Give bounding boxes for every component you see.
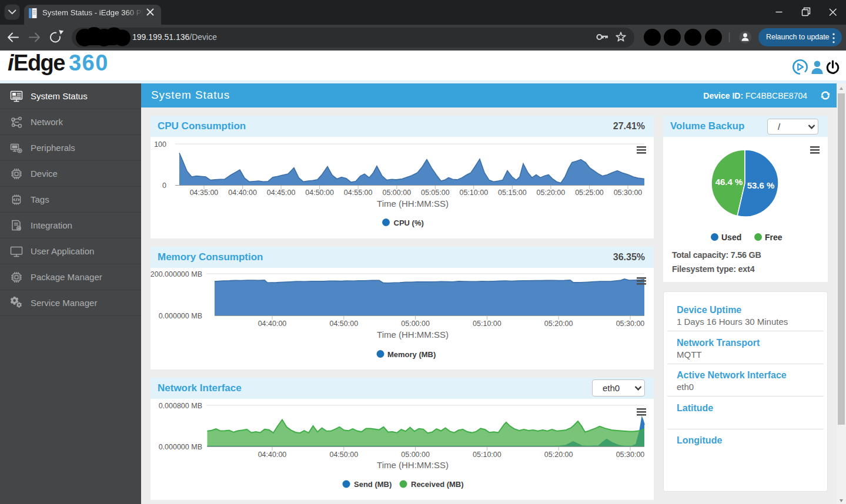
svg-text:Time (HH:MM:SS): Time (HH:MM:SS) [377, 199, 449, 209]
svg-text:04:50:00: 04:50:00 [305, 189, 334, 197]
svg-text:Time (HH:MM:SS): Time (HH:MM:SS) [377, 330, 449, 340]
svg-text:04:50:00: 04:50:00 [329, 320, 358, 328]
svg-text:05:00:00: 05:00:00 [401, 451, 430, 459]
svg-text:Filesystem type: ext4: Filesystem type: ext4 [672, 264, 755, 274]
svg-text:05:05:00: 05:05:00 [421, 189, 450, 197]
svg-text:04:40:00: 04:40:00 [258, 320, 287, 328]
svg-text:05:10:00: 05:10:00 [473, 451, 501, 459]
svg-text:0.000800 MB: 0.000800 MB [159, 402, 202, 410]
svg-text:Memory (MB): Memory (MB) [387, 350, 436, 359]
svg-text:05:20:00: 05:20:00 [544, 320, 573, 328]
svg-text:05:20:00: 05:20:00 [544, 451, 573, 459]
svg-text:Free: Free [765, 233, 783, 242]
svg-text:05:10:00: 05:10:00 [473, 320, 501, 328]
svg-text:46.4 %: 46.4 % [715, 177, 743, 187]
svg-text:100: 100 [154, 140, 166, 149]
svg-text:04:35:00: 04:35:00 [190, 189, 219, 197]
svg-text:04:55:00: 04:55:00 [344, 189, 373, 197]
svg-text:0: 0 [162, 182, 166, 190]
svg-text:05:25:00: 05:25:00 [575, 189, 604, 197]
svg-text:05:20:00: 05:20:00 [537, 189, 566, 197]
svg-text:0.000000 MB: 0.000000 MB [159, 312, 202, 320]
svg-text:05:30:00: 05:30:00 [614, 189, 643, 197]
svg-text:Total capacity: 7.56 GB: Total capacity: 7.56 GB [672, 250, 761, 260]
svg-text:05:10:00: 05:10:00 [459, 189, 488, 197]
svg-text:04:40:00: 04:40:00 [258, 451, 287, 459]
svg-text:200.000000 MB: 200.000000 MB [151, 270, 202, 278]
svg-text:53.6 %: 53.6 % [747, 180, 775, 190]
svg-text:Used: Used [721, 233, 741, 242]
svg-text:Send (MB): Send (MB) [354, 480, 392, 489]
svg-text:05:00:00: 05:00:00 [401, 320, 430, 328]
svg-text:Time (HH:MM:SS): Time (HH:MM:SS) [377, 460, 449, 470]
svg-text:04:45:00: 04:45:00 [267, 189, 296, 197]
svg-text:04:50:00: 04:50:00 [329, 451, 358, 459]
svg-text:05:30:00: 05:30:00 [616, 451, 645, 459]
svg-text:0.000000 MB: 0.000000 MB [159, 443, 202, 451]
svg-text:04:40:00: 04:40:00 [228, 189, 257, 197]
svg-text:CPU (%): CPU (%) [394, 219, 424, 227]
svg-text:Received (MB): Received (MB) [411, 480, 464, 489]
svg-text:05:15:00: 05:15:00 [498, 189, 527, 197]
svg-text:05:00:00: 05:00:00 [382, 189, 411, 197]
svg-text:05:30:00: 05:30:00 [616, 320, 645, 328]
